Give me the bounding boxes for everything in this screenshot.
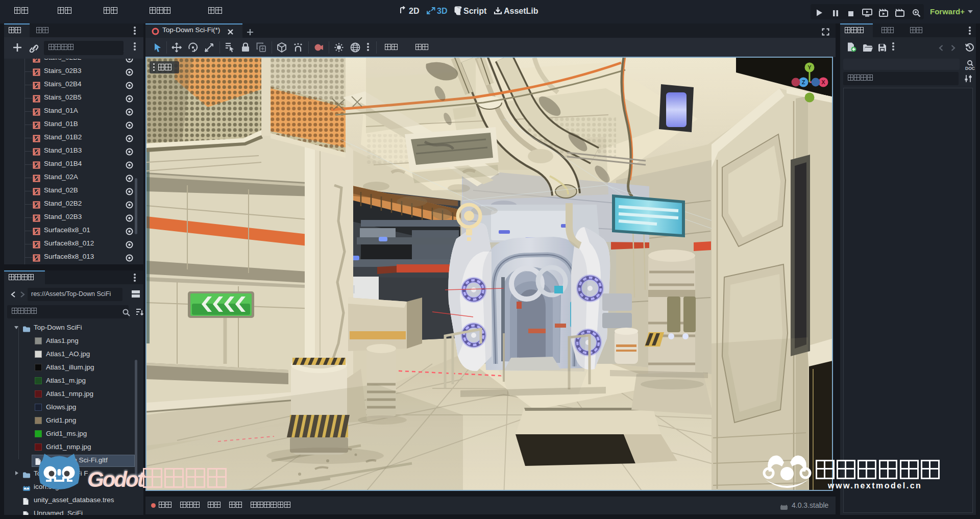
svg-text:Y: Y [807, 64, 812, 70]
svg-text:X: X [821, 79, 825, 85]
svg-text:Z: Z [802, 79, 805, 85]
svg-text:DOC: DOC [965, 66, 975, 71]
